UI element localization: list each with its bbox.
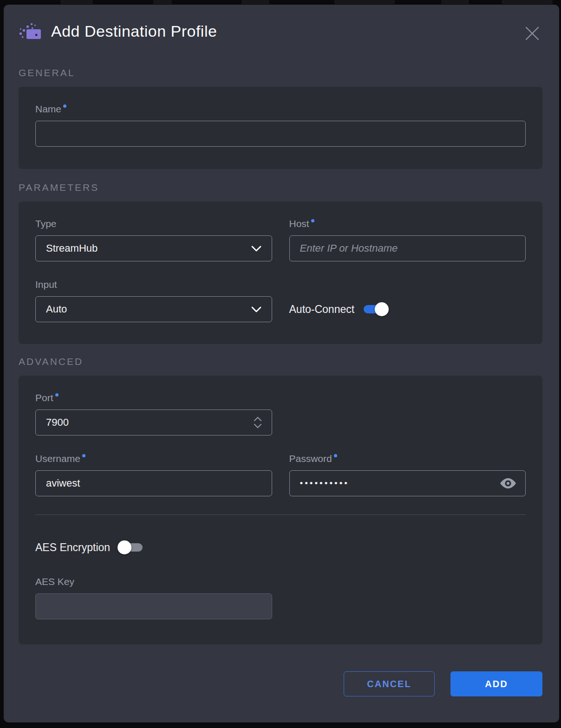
type-label: Type <box>35 218 272 229</box>
general-section-heading: GENERAL <box>19 67 542 78</box>
password-label: Password <box>289 453 526 464</box>
required-dot-icon <box>82 454 85 457</box>
show-password-eye-icon[interactable] <box>500 478 516 489</box>
destination-profile-icon <box>20 23 41 40</box>
add-button[interactable]: ADD <box>450 671 542 696</box>
input-label: Input <box>35 279 272 290</box>
port-label: Port <box>35 392 272 403</box>
required-dot-icon <box>63 104 66 108</box>
password-input[interactable] <box>289 470 526 496</box>
general-card: Name <box>19 87 542 169</box>
close-icon <box>523 25 541 42</box>
name-label: Name <box>35 104 526 115</box>
chevron-down-icon <box>251 246 261 252</box>
input-select[interactable]: Auto <box>35 296 272 322</box>
username-label: Username <box>35 453 272 464</box>
advanced-card: Port Username Password <box>19 376 542 644</box>
required-dot-icon <box>311 219 314 222</box>
input-selected-value: Auto <box>46 303 67 315</box>
dialog-footer: CANCEL ADD <box>19 671 542 696</box>
dialog-header: Add Destination Profile <box>19 5 542 40</box>
section-divider <box>35 514 526 515</box>
required-dot-icon <box>334 454 337 457</box>
username-input[interactable] <box>35 470 272 496</box>
name-input[interactable] <box>35 121 526 147</box>
aes-encryption-toggle[interactable] <box>120 540 143 554</box>
aes-key-input <box>35 593 272 619</box>
close-button[interactable] <box>523 24 541 43</box>
type-select[interactable]: StreamHub <box>35 235 272 261</box>
parameters-card: Type StreamHub Host In <box>19 202 542 344</box>
port-input[interactable] <box>35 410 272 436</box>
host-label: Host <box>289 218 526 229</box>
add-destination-profile-dialog: Add Destination Profile GENERAL Name PAR… <box>4 5 559 722</box>
required-dot-icon <box>55 393 59 396</box>
toggle-knob <box>375 302 389 316</box>
stepper-up-down-icon[interactable] <box>253 416 263 429</box>
toggle-knob <box>117 540 131 554</box>
host-input[interactable] <box>289 235 526 261</box>
dialog-title: Add Destination Profile <box>51 22 217 40</box>
auto-connect-toggle[interactable] <box>364 302 386 316</box>
auto-connect-label: Auto-Connect <box>289 303 355 316</box>
aes-encryption-label: AES Encryption <box>35 541 110 554</box>
cancel-button[interactable]: CANCEL <box>344 671 435 696</box>
parameters-section-heading: PARAMETERS <box>19 182 542 193</box>
advanced-section-heading: ADVANCED <box>19 356 542 367</box>
type-selected-value: StreamHub <box>46 242 98 254</box>
chevron-down-icon <box>251 306 261 312</box>
aes-key-label: AES Key <box>35 576 272 587</box>
